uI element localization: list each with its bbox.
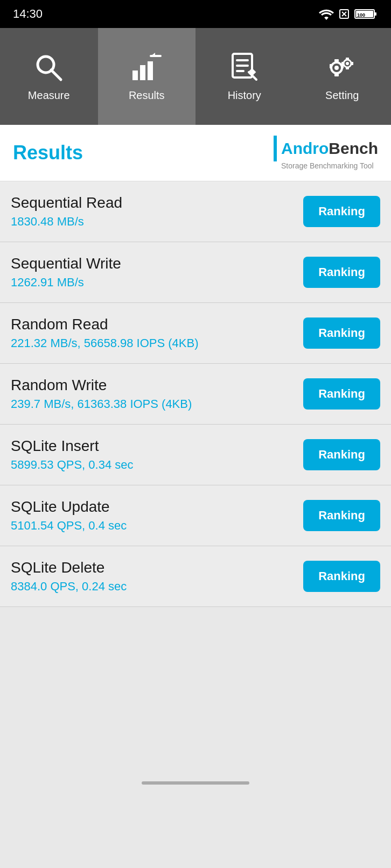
benchmark-name: SQLite Update — [11, 498, 127, 516]
tab-history[interactable]: History — [195, 28, 294, 125]
tab-results-label: Results — [129, 89, 165, 102]
svg-rect-26 — [346, 58, 349, 60]
benchmark-item: Sequential Read1830.48 MB/sRanking — [0, 181, 391, 242]
benchmark-info: Sequential Read1830.48 MB/s — [11, 194, 122, 229]
benchmark-info: Random Read221.32 MB/s, 56658.98 IOPS (4… — [11, 316, 199, 350]
benchmark-item: SQLite Insert5899.53 QPS, 0.34 secRankin… — [0, 425, 391, 485]
results-header: Results AndroBench Storage Benchmarking … — [0, 125, 391, 181]
brand-name: AndroBench — [281, 139, 378, 158]
brand-name-bench: Bench — [329, 139, 378, 157]
benchmark-name: Random Read — [11, 316, 199, 333]
x-icon — [338, 8, 350, 20]
svg-point-19 — [334, 66, 339, 70]
svg-rect-20 — [334, 59, 339, 62]
search-icon — [33, 52, 65, 84]
tab-history-label: History — [228, 89, 261, 102]
benchmark-info: SQLite Delete8384.0 QPS, 0.24 sec — [11, 559, 127, 594]
benchmark-value: 1830.48 MB/s — [11, 215, 122, 229]
benchmark-value: 239.7 MB/s, 61363.38 IOPS (4KB) — [11, 397, 192, 411]
brand-logo: AndroBench Storage Benchmarking Tool — [274, 136, 378, 170]
battery-icon: 100 — [354, 8, 378, 20]
svg-rect-28 — [341, 62, 344, 65]
tab-setting[interactable]: Setting — [294, 28, 392, 125]
tab-results[interactable]: Results — [98, 28, 196, 125]
tab-measure[interactable]: Measure — [0, 28, 98, 125]
benchmark-name: SQLite Delete — [11, 559, 127, 576]
benchmark-value: 5899.53 QPS, 0.34 sec — [11, 458, 134, 472]
svg-rect-4 — [374, 12, 376, 16]
benchmark-info: Sequential Write1262.91 MB/s — [11, 255, 121, 290]
tab-setting-label: Setting — [325, 89, 359, 102]
benchmark-info: SQLite Insert5899.53 QPS, 0.34 sec — [11, 437, 134, 472]
svg-rect-21 — [334, 74, 339, 76]
svg-rect-22 — [330, 64, 332, 68]
ranking-button[interactable]: Ranking — [303, 196, 380, 227]
brand-name-andro: Andro — [281, 139, 329, 157]
home-indicator — [142, 781, 249, 785]
status-time: 14:30 — [13, 7, 43, 21]
results-title: Results — [13, 142, 83, 164]
status-icons: 100 — [319, 8, 378, 20]
svg-line-8 — [51, 70, 61, 80]
benchmark-value: 5101.54 QPS, 0.4 sec — [11, 519, 127, 533]
tab-measure-label: Measure — [28, 89, 70, 102]
ranking-button[interactable]: Ranking — [303, 561, 380, 592]
brand-bar-accent — [274, 136, 277, 161]
benchmark-item: Random Read221.32 MB/s, 56658.98 IOPS (4… — [0, 303, 391, 364]
svg-rect-29 — [351, 62, 353, 65]
ranking-button[interactable]: Ranking — [303, 378, 380, 410]
benchmark-item: SQLite Delete8384.0 QPS, 0.24 secRanking — [0, 546, 391, 607]
benchmark-name: Sequential Write — [11, 255, 121, 272]
svg-text:100: 100 — [357, 12, 365, 18]
benchmark-value: 221.32 MB/s, 56658.98 IOPS (4KB) — [11, 336, 199, 350]
status-bar: 14:30 100 — [0, 0, 391, 28]
benchmark-item: Sequential Write1262.91 MB/sRanking — [0, 242, 391, 303]
svg-rect-27 — [346, 67, 349, 69]
benchmark-name: Random Write — [11, 377, 192, 394]
bottom-area — [0, 607, 391, 795]
ranking-button[interactable]: Ranking — [303, 317, 380, 349]
svg-point-25 — [346, 62, 349, 65]
benchmark-item: Random Write239.7 MB/s, 61363.38 IOPS (4… — [0, 364, 391, 425]
benchmark-value: 8384.0 QPS, 0.24 sec — [11, 580, 127, 594]
settings-icon — [326, 52, 358, 84]
nav-tabs: Measure Results History — [0, 28, 391, 125]
benchmark-name: SQLite Insert — [11, 437, 134, 455]
ranking-button[interactable]: Ranking — [303, 500, 380, 531]
ranking-button[interactable]: Ranking — [303, 257, 380, 288]
brand-sub: Storage Benchmarking Tool — [281, 161, 374, 170]
svg-rect-10 — [140, 65, 145, 80]
svg-rect-11 — [148, 61, 153, 80]
chart-icon — [130, 52, 163, 84]
history-icon — [228, 52, 261, 84]
benchmark-item: SQLite Update5101.54 QPS, 0.4 secRanking — [0, 485, 391, 546]
benchmark-value: 1262.91 MB/s — [11, 276, 121, 290]
benchmark-info: SQLite Update5101.54 QPS, 0.4 sec — [11, 498, 127, 533]
wifi-icon — [319, 8, 334, 20]
benchmark-name: Sequential Read — [11, 194, 122, 211]
svg-rect-9 — [132, 70, 138, 80]
brand-logo-bar: AndroBench — [274, 136, 378, 161]
ranking-button[interactable]: Ranking — [303, 439, 380, 470]
benchmark-list: Sequential Read1830.48 MB/sRankingSequen… — [0, 181, 391, 607]
benchmark-info: Random Write239.7 MB/s, 61363.38 IOPS (4… — [11, 377, 192, 411]
